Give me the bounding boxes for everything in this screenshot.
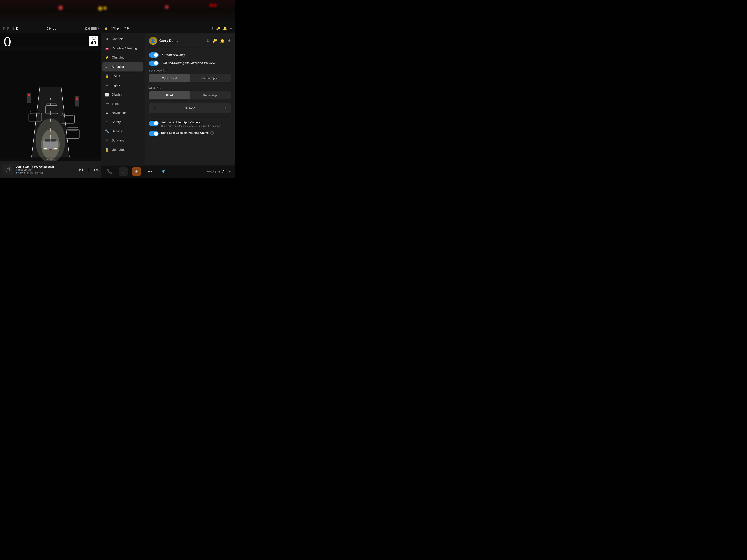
pedals-icon: 🚗 bbox=[105, 46, 109, 50]
taskbar-bluetooth[interactable]: ✱ bbox=[159, 167, 168, 176]
nav-item-autopilot[interactable]: ◎ Autopilot bbox=[102, 62, 143, 72]
road-visualization bbox=[0, 46, 101, 161]
profile-bluetooth-icon[interactable]: ✱ bbox=[228, 38, 231, 43]
prev-track-button[interactable]: ⏮ bbox=[79, 167, 83, 172]
offset-minus-button[interactable]: − bbox=[149, 103, 160, 113]
blind-spot-camera-toggle[interactable] bbox=[149, 121, 159, 126]
fsd-toggle[interactable] bbox=[149, 60, 159, 66]
gear-n: N bbox=[12, 27, 16, 31]
current-speed-btn[interactable]: Current Speed bbox=[190, 74, 231, 82]
nav-label-lights: Lights bbox=[112, 83, 120, 87]
nav-item-pedals[interactable]: 🚗 Pedals & Steering bbox=[101, 44, 145, 53]
nav-item-locks[interactable]: 🔒 Locks bbox=[101, 72, 145, 81]
divider-1 bbox=[149, 117, 231, 118]
defogging-label-left: Defogging bbox=[46, 159, 55, 161]
status-time: 6:36 pm bbox=[111, 27, 121, 30]
nav-item-service[interactable]: 🔧 Service bbox=[101, 127, 145, 136]
nav-item-lights[interactable]: ✦ Lights bbox=[101, 81, 145, 90]
music-player: 🎵 Don't Stop 'Til You Get Enough Michael… bbox=[0, 161, 101, 178]
defogging-value: 71 bbox=[222, 168, 227, 175]
album-art: 🎵 bbox=[3, 164, 13, 175]
blind-spot-camera-knob bbox=[154, 121, 158, 125]
nav-item-navigation[interactable]: ▲ Navigation bbox=[101, 108, 145, 117]
nav-label-controls: Controls bbox=[112, 37, 123, 41]
speed-limit-btn[interactable]: Speed Limit bbox=[149, 74, 190, 82]
charging-icon: ⚡ bbox=[105, 56, 109, 60]
nav-item-controls[interactable]: ⚙ Controls bbox=[101, 34, 145, 44]
blind-spot-chime-label: Blind Spot Collision Warning Chime bbox=[161, 131, 209, 134]
profile-key-icon[interactable]: 🔑 bbox=[212, 38, 217, 43]
profile-bell-icon[interactable]: 🔔 bbox=[220, 38, 225, 43]
status-bar: 🔒 6:36 pm 7°F ⬇ 🔑 🔔 ✱ bbox=[101, 24, 235, 33]
next-track-button[interactable]: ⏭ bbox=[94, 167, 98, 172]
profile-download-icon[interactable]: ⬇ bbox=[206, 38, 209, 43]
battery-pct: 82% bbox=[84, 27, 90, 30]
offset-plus-button[interactable]: + bbox=[220, 103, 231, 113]
speed-offset-control: − +0 mph + bbox=[149, 103, 231, 113]
service-icon: 🔧 bbox=[105, 129, 109, 133]
taskbar-music[interactable]: ♪ bbox=[119, 167, 128, 176]
bg-light-red-2 bbox=[165, 5, 169, 9]
taskbar-phone[interactable]: 📞 bbox=[105, 167, 114, 176]
traffic-light-right bbox=[75, 96, 79, 106]
nav-label-pedals: Pedals & Steering bbox=[112, 47, 137, 50]
fsd-knob bbox=[154, 61, 158, 65]
nav-label-autopilot: Autopilot bbox=[112, 65, 124, 69]
speed-limit-top-text: SPEED LIMIT bbox=[89, 37, 98, 41]
gear-selector: P R N D bbox=[3, 27, 19, 31]
gear-r: R bbox=[7, 27, 12, 31]
set-speed-info-icon[interactable]: i bbox=[163, 69, 166, 72]
fixed-btn[interactable]: Fixed bbox=[149, 91, 190, 100]
bg-light-red-1 bbox=[58, 5, 63, 10]
nav-item-upgrades[interactable]: 🔒 Upgrades bbox=[101, 145, 145, 155]
offset-value: +0 mph bbox=[160, 106, 220, 110]
set-speed-label: Set Speed i bbox=[149, 69, 231, 72]
bg-light-yellow-1 bbox=[98, 6, 102, 10]
song-source: ✱ Garry's iPhone 14 Pro Max bbox=[16, 171, 77, 174]
status-temp: 7°F bbox=[124, 27, 129, 30]
nav-label-navigation: Navigation bbox=[112, 111, 127, 115]
offset-label-section: Offset i bbox=[149, 86, 231, 89]
blind-spot-chime-row: Blind Spot Collision Warning Chime i bbox=[149, 131, 231, 136]
defogging-right-label: Defogging bbox=[206, 170, 216, 173]
lights-icon: ✦ bbox=[105, 83, 109, 87]
svg-rect-15 bbox=[49, 149, 52, 150]
gear-d: D bbox=[16, 27, 19, 31]
pause-button[interactable]: ⏸ bbox=[86, 167, 91, 172]
nav-item-trips[interactable]: 〰 Trips bbox=[101, 99, 145, 108]
song-source-text: Garry's iPhone 14 Pro Max bbox=[18, 172, 43, 174]
locks-icon: 🔒 bbox=[105, 74, 109, 78]
nav-item-charging[interactable]: ⚡ Charging bbox=[101, 53, 145, 62]
content-area: ⚙ Controls 🚗 Pedals & Steering ⚡ Chargin… bbox=[101, 33, 235, 165]
taskbar-grid[interactable]: ⊞ bbox=[132, 167, 141, 176]
nav-item-software[interactable]: ⬇ Software bbox=[101, 136, 145, 145]
drive-mode: CHILL bbox=[47, 27, 57, 30]
defogging-prev[interactable]: ◀ bbox=[218, 170, 220, 173]
blind-spot-chime-knob bbox=[154, 132, 158, 136]
status-right-icons: ⬇ 🔑 🔔 ✱ bbox=[211, 26, 232, 31]
defogging-next[interactable]: ▶ bbox=[229, 170, 231, 173]
defogging-right: Defogging ◀ 71 ▶ bbox=[206, 168, 231, 175]
autosteer-toggle[interactable] bbox=[149, 52, 159, 58]
plus-icon: + bbox=[224, 106, 227, 111]
nav-item-display[interactable]: ⬜ Display bbox=[101, 90, 145, 99]
taskbar-dots[interactable]: ••• bbox=[146, 167, 154, 176]
nav-item-safety[interactable]: ℹ Safety bbox=[101, 117, 145, 127]
music-controls[interactable]: ⏮ ⏸ ⏭ bbox=[79, 167, 98, 172]
profile-header: 👤 Garry Den... ⬇ 🔑 🔔 ✱ bbox=[149, 37, 231, 48]
nav-label-charging: Charging bbox=[112, 56, 125, 59]
chime-info-icon[interactable]: i bbox=[210, 131, 214, 135]
percentage-btn[interactable]: Percentage bbox=[190, 91, 231, 100]
navigation-icon: ▲ bbox=[105, 111, 109, 115]
set-speed-group: Speed Limit Current Speed bbox=[149, 74, 231, 82]
left-panel: P R N D CHILL 82% 0 MPH SPEED LIMIT 40 bbox=[0, 24, 101, 178]
drive-topbar: P R N D CHILL 82% bbox=[0, 24, 101, 33]
offset-info-icon[interactable]: i bbox=[157, 86, 161, 89]
song-info: Don't Stop 'Til You Get Enough Michael J… bbox=[16, 165, 77, 174]
blind-spot-camera-title: Automatic Blind Spot Camera bbox=[161, 121, 231, 124]
profile-emoji: 👤 bbox=[151, 38, 155, 43]
blind-spot-chime-title: Blind Spot Collision Warning Chime i bbox=[161, 131, 231, 135]
svg-point-27 bbox=[28, 100, 30, 103]
blind-spot-chime-toggle[interactable] bbox=[149, 131, 159, 136]
profile-avatar: 👤 bbox=[149, 37, 157, 45]
